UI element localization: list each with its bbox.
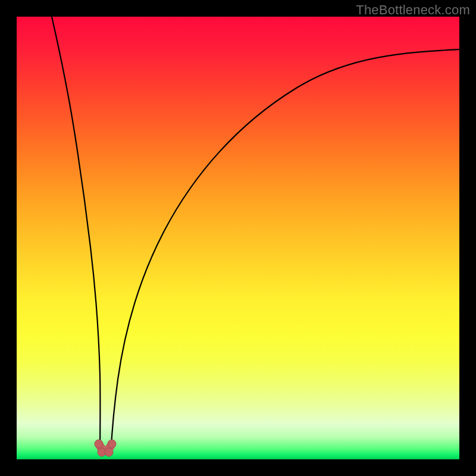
watermark-text: TheBottleneck.com [356,2,470,18]
left-curve [52,17,100,455]
valley-dot-right-bottom [105,448,113,456]
right-curve [111,49,459,455]
valley-dot-left-top [95,440,103,448]
plot-frame [17,17,459,459]
curve-layer [17,17,459,459]
valley-dot-right-top [108,440,116,448]
